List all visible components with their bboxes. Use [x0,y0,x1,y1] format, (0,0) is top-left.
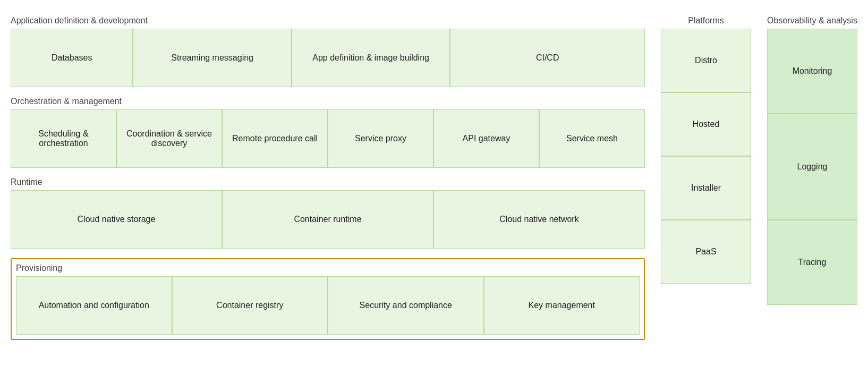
obs-monitoring: Monitoring [767,29,857,114]
cell-rpc: Remote procedure call [222,109,328,168]
cell-streaming-messaging: Streaming messaging [133,29,292,87]
cell-container-runtime: Container runtime [222,190,433,249]
cell-databases: Databases [11,29,133,87]
cell-cicd: CI/CD [450,29,645,87]
cell-scheduling: Scheduling & orchestration [11,109,116,168]
cell-app-definition: App definition & image building [292,29,450,87]
platform-installer: Installer [661,156,751,220]
observability-column: Observability & analysis Monitoring Logg… [767,16,857,305]
app-def-label: Application definition & development [11,16,645,25]
runtime-row: Cloud native storage Container runtime C… [11,190,645,249]
cell-cloud-storage: Cloud native storage [11,190,222,249]
orchestration-label: Orchestration & management [11,97,645,106]
platform-distro: Distro [661,29,751,92]
provisioning-label: Provisioning [16,263,640,273]
platform-hosted: Hosted [661,92,751,156]
platforms-column: Platforms Distro Hosted Installer PaaS [661,16,751,284]
orch-row: Scheduling & orchestration Coordination … [11,109,645,168]
platforms-title: Platforms [688,16,724,25]
app-def-section: Application definition & development Dat… [11,16,645,87]
main-content: Application definition & development Dat… [11,16,645,340]
platform-paas: PaaS [661,220,751,284]
obs-logging: Logging [767,114,857,220]
cell-service-mesh: Service mesh [539,109,645,168]
app-def-row: Databases Streaming messaging App defini… [11,29,645,87]
runtime-label: Runtime [11,177,645,187]
main-layout: Application definition & development Dat… [11,16,857,340]
runtime-section: Runtime Cloud native storage Container r… [11,177,645,249]
cell-security: Security and compliance [328,276,484,335]
cell-automation: Automation and configuration [16,276,172,335]
cell-cloud-network: Cloud native network [433,190,645,249]
cell-service-proxy: Service proxy [328,109,433,168]
provisioning-section: Provisioning Automation and configuratio… [11,258,645,340]
obs-tracing: Tracing [767,220,857,305]
cell-api-gateway: API gateway [433,109,539,168]
cell-container-registry: Container registry [172,276,328,335]
orchestration-section: Orchestration & management Scheduling & … [11,97,645,168]
cell-key-management: Key management [484,276,640,335]
observability-title: Observability & analysis [767,16,857,25]
cell-coordination: Coordination & service discovery [116,109,222,168]
prov-row: Automation and configuration Container r… [16,276,640,335]
